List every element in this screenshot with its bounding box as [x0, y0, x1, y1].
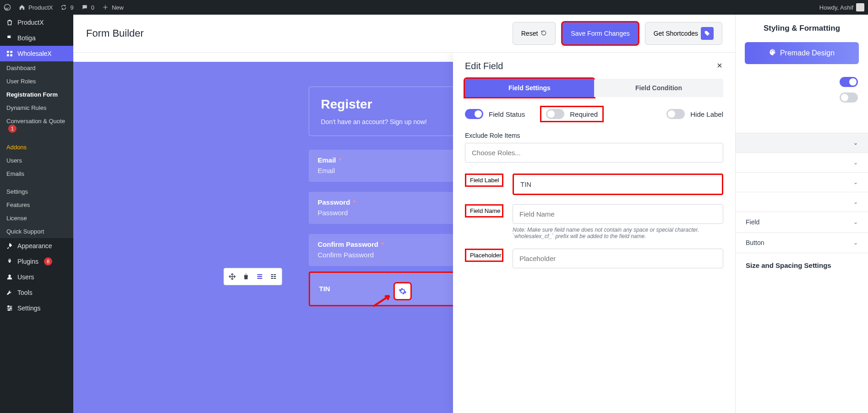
chevron-down-icon: ⌄ — [853, 219, 858, 225]
field-name-label: Field Name — [465, 204, 503, 217]
field-label: Confirm Password — [318, 240, 379, 248]
sub-conv-label: Conversation & Quote — [6, 118, 65, 125]
wp-logo[interactable] — [4, 4, 11, 11]
sidebar-item-wholesalex[interactable]: WholesaleX — [0, 46, 73, 61]
save-label: Save Form Changes — [571, 30, 629, 37]
updates-count: 9 — [70, 4, 73, 11]
site-name-link[interactable]: ProductX — [18, 4, 53, 11]
refresh-icon — [60, 4, 67, 11]
sidebar-label: Users — [17, 273, 34, 281]
sidebar-item-productx[interactable]: ProductX — [0, 15, 73, 30]
main-content: Form Builder Reset Save Form Changes Get… — [73, 15, 868, 413]
rp-item[interactable]: ⌄ — [736, 153, 868, 173]
tab-field-condition[interactable]: Field Condition — [594, 79, 723, 97]
required-mark: * — [353, 198, 355, 206]
sub-roles[interactable]: User Roles — [0, 75, 73, 88]
close-icon — [716, 62, 723, 69]
palette-icon — [769, 49, 776, 58]
bag-icon — [5, 18, 14, 27]
sidebar-label: ProductX — [17, 19, 44, 26]
required-mark: * — [339, 156, 342, 164]
chevron-down-icon: ⌄ — [853, 140, 858, 146]
updates-link[interactable]: 9 — [60, 4, 73, 11]
toggle-label: Required — [570, 110, 598, 118]
wp-sidebar: ProductX Botiga WholesaleX Dashboard Use… — [0, 15, 73, 413]
toggle-required-switch[interactable] — [546, 109, 564, 119]
rp-item-field[interactable]: Field ⌄ — [736, 212, 868, 233]
svg-point-7 — [10, 308, 11, 309]
plug-icon — [5, 257, 14, 266]
builder-header: Form Builder Reset Save Form Changes Get… — [73, 15, 735, 53]
sidebar-item-users[interactable]: Users — [0, 269, 73, 285]
sub-features[interactable]: Features — [0, 198, 73, 212]
flag-icon — [5, 34, 14, 42]
rp-button-label: Button — [746, 239, 764, 246]
rp-item[interactable]: ⌄ — [736, 192, 868, 212]
shortcodes-button[interactable]: Get Shortcodes — [645, 22, 722, 45]
field-name-input[interactable] — [513, 204, 723, 224]
arrow-annotation — [371, 293, 394, 307]
sidebar-item-appearance[interactable]: Appearance — [0, 238, 73, 254]
rp-toggle-2[interactable] — [840, 92, 858, 103]
new-label: New — [112, 4, 124, 11]
exclude-roles-label: Exclude Role Items — [465, 132, 723, 139]
wp-admin-bar: ProductX 9 0 New Howdy, Ashif — [0, 0, 868, 15]
toggle-required: Required — [541, 107, 602, 121]
comment-icon — [81, 4, 88, 11]
sub-rules[interactable]: Dynamic Rules — [0, 101, 73, 114]
sub-addons[interactable]: Addons — [0, 141, 73, 154]
reset-button[interactable]: Reset — [513, 22, 556, 45]
exclude-roles-input[interactable] — [465, 143, 723, 163]
two-col-button[interactable] — [267, 270, 280, 283]
sidebar-label: WholesaleX — [17, 50, 52, 57]
single-col-button[interactable] — [253, 270, 266, 283]
field-label-input[interactable] — [513, 174, 723, 195]
sidebar-item-botiga[interactable]: Botiga — [0, 30, 73, 46]
sub-conversation[interactable]: Conversation & Quote 1 — [0, 114, 73, 136]
chevron-down-icon: ⌄ — [853, 199, 858, 205]
tab-field-settings[interactable]: Field Settings — [465, 79, 594, 97]
sub-settings[interactable]: Settings — [0, 185, 73, 198]
comments-link[interactable]: 0 — [81, 4, 94, 11]
styling-title: Styling & Formatting — [736, 15, 868, 42]
toggle-hide-label: Hide Label — [666, 107, 723, 121]
svg-rect-1 — [7, 51, 9, 53]
delete-button[interactable] — [240, 270, 252, 283]
premade-design-button[interactable]: Premade Design — [745, 42, 859, 64]
toggle-status-switch[interactable] — [465, 109, 483, 119]
sliders-icon — [5, 304, 14, 312]
placeholder-label: Placeholder — [465, 249, 503, 262]
sub-registration[interactable]: Registration Form — [0, 88, 73, 101]
page-title: Form Builder — [86, 27, 144, 39]
howdy-link[interactable]: Howdy, Ashif — [819, 3, 864, 11]
toggle-field-status: Field Status — [465, 107, 525, 121]
user-icon — [5, 273, 14, 281]
sub-users[interactable]: Users — [0, 154, 73, 167]
sidebar-item-settings[interactable]: Settings — [0, 300, 73, 316]
rp-accordion-header[interactable]: ⌄ — [736, 133, 868, 153]
svg-rect-4 — [10, 54, 12, 56]
field-toolbar — [224, 268, 282, 285]
sub-dashboard[interactable]: Dashboard — [0, 61, 73, 75]
sidebar-item-plugins[interactable]: Plugins 8 — [0, 254, 73, 269]
rp-size-section: Size and Spacing Settings — [736, 253, 868, 274]
move-button[interactable] — [226, 270, 239, 283]
sub-emails[interactable]: Emails — [0, 167, 73, 180]
sub-license[interactable]: License — [0, 212, 73, 225]
rp-item[interactable]: ⌄ — [736, 173, 868, 192]
brush-icon — [5, 242, 14, 250]
sidebar-item-tools[interactable]: Tools — [0, 285, 73, 300]
toggle-hide-switch[interactable] — [666, 109, 685, 119]
sub-support[interactable]: Quick Support — [0, 225, 73, 238]
field-label: Password — [318, 198, 350, 206]
sidebar-label: Settings — [17, 304, 41, 312]
placeholder-input[interactable] — [513, 249, 723, 268]
close-button[interactable] — [716, 61, 723, 71]
new-link[interactable]: New — [102, 4, 124, 11]
shortcodes-label: Get Shortcodes — [654, 30, 698, 37]
rp-item-button[interactable]: Button ⌄ — [736, 233, 868, 253]
rp-toggle-1[interactable] — [840, 77, 858, 87]
field-settings-button[interactable] — [395, 283, 410, 299]
plus-icon — [102, 4, 109, 11]
save-button[interactable]: Save Form Changes — [562, 22, 638, 45]
